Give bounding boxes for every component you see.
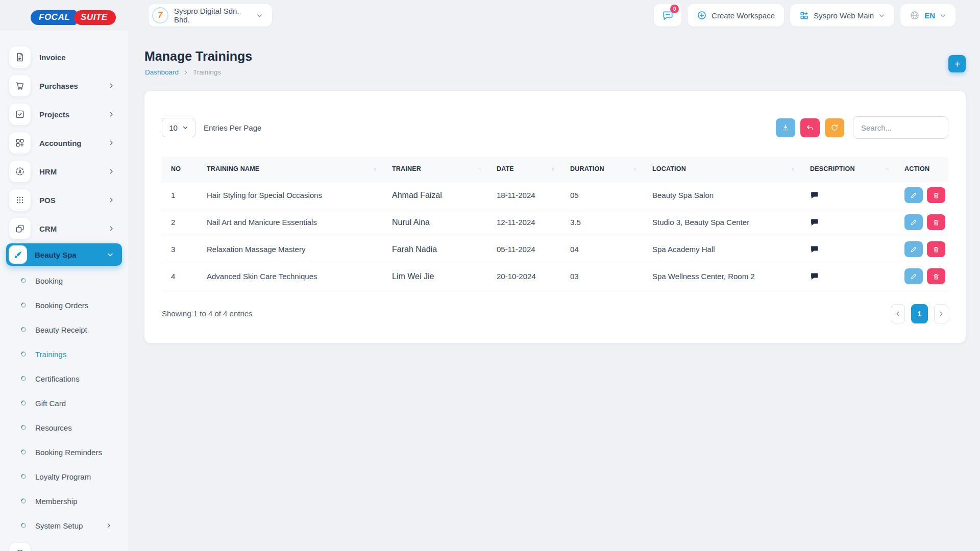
prev-page-button[interactable] xyxy=(891,304,905,323)
col-header-trainer[interactable]: TRAINER↑↓ xyxy=(383,157,487,182)
delete-button[interactable] xyxy=(927,268,945,284)
table-row: 1 Hair Styling for Special Occasions Ahm… xyxy=(162,182,948,209)
col-header-training-name[interactable]: TRAINING NAME↑↓ xyxy=(198,157,383,182)
sidebar-item-certifications[interactable]: Certifications xyxy=(0,366,128,391)
globe-icon xyxy=(910,10,920,20)
edit-button[interactable] xyxy=(904,187,923,203)
table-row: 4 Advanced Skin Care Techniques Lim Wei … xyxy=(162,263,948,290)
language-code: EN xyxy=(924,11,935,20)
messages-button[interactable]: 0 xyxy=(654,4,681,27)
cell-duration: 03 xyxy=(561,263,643,290)
chevron-down-icon xyxy=(878,12,885,19)
cell-date: 20-10-2024 xyxy=(487,263,561,290)
edit-button[interactable] xyxy=(904,268,923,284)
breadcrumb-dashboard-link[interactable]: Dashboard xyxy=(145,68,179,76)
cell-trainer: Lim Wei Jie xyxy=(383,263,487,290)
sidebar-item-hrm[interactable]: HRM xyxy=(0,157,128,186)
chevron-right-icon xyxy=(183,70,188,75)
edit-button[interactable] xyxy=(904,241,923,257)
sort-icon[interactable]: ↑↓ xyxy=(478,166,480,171)
sidebar-item-crm[interactable]: CRM xyxy=(0,214,128,243)
edit-button[interactable] xyxy=(904,214,923,230)
trainings-table: NO TRAINING NAME↑↓ TRAINER↑↓ DATE↑↓ DURA… xyxy=(162,157,948,290)
bullet-icon xyxy=(20,497,27,505)
grid-plus-icon xyxy=(9,132,31,154)
table-toolbar: 10 Entries Per Page xyxy=(162,116,948,139)
col-header-location[interactable]: LOCATION↑↓ xyxy=(643,157,801,182)
sidebar-item-partial[interactable] xyxy=(9,543,128,551)
sidebar-item-beauty-receipt[interactable]: Beauty Receipt xyxy=(0,317,128,342)
col-header-action: ACTION xyxy=(895,157,948,182)
search-input[interactable] xyxy=(853,116,948,139)
sidebar-item-system-setup[interactable]: System Setup xyxy=(0,513,128,538)
sidebar-item-projects[interactable]: Projects xyxy=(0,100,128,129)
delete-button[interactable] xyxy=(927,187,945,203)
cell-training-name: Hair Styling for Special Occasions xyxy=(198,182,383,209)
sidebar-item-booking-orders[interactable]: Booking Orders xyxy=(0,293,128,317)
cell-description xyxy=(801,209,895,236)
cell-location: Spa Wellness Center, Room 2 xyxy=(643,263,801,290)
sidebar-item-purchases[interactable]: Purchases xyxy=(0,71,128,100)
sidebar-group-beauty-spa[interactable]: Beauty Spa xyxy=(6,243,122,266)
delete-button[interactable] xyxy=(927,241,945,257)
col-header-date[interactable]: DATE↑↓ xyxy=(487,157,561,182)
beauty-spa-submenu: Booking Booking Orders Beauty Receipt Tr… xyxy=(0,268,128,538)
cell-duration: 3.5 xyxy=(561,209,643,236)
add-training-button[interactable] xyxy=(948,55,966,72)
sidebar-item-loyalty-program[interactable]: Loyalty Program xyxy=(0,464,128,489)
sidebar-item-pos[interactable]: POS xyxy=(0,186,128,214)
bullet-icon xyxy=(20,375,27,382)
entries-per-page-select[interactable]: 10 xyxy=(162,118,195,137)
comment-icon[interactable] xyxy=(810,191,895,200)
cell-trainer: Ahmad Faizal xyxy=(383,182,487,209)
comment-icon[interactable] xyxy=(810,218,895,227)
sidebar-item-invoice[interactable]: Invoice xyxy=(0,43,128,71)
comment-icon[interactable] xyxy=(810,245,895,254)
export-download-button[interactable] xyxy=(776,118,795,137)
sidebar: Invoice Purchases Projects Accounting xyxy=(0,31,128,551)
chevron-down-icon xyxy=(107,251,114,258)
sort-icon[interactable]: ↑↓ xyxy=(791,166,794,171)
sidebar-item-booking-reminders[interactable]: Booking Reminders xyxy=(0,440,128,464)
delete-button[interactable] xyxy=(927,214,945,230)
bullet-icon xyxy=(20,522,27,529)
sidebar-item-membership[interactable]: Membership xyxy=(0,489,128,513)
sort-icon[interactable]: ↑↓ xyxy=(373,166,376,171)
table-footer: Showing 1 to 4 of 4 entries 1 xyxy=(162,304,948,323)
next-page-button[interactable] xyxy=(934,304,948,323)
sidebar-item-resources[interactable]: Resources xyxy=(0,415,128,440)
sidebar-item-gift-card[interactable]: Gift Card xyxy=(0,391,128,415)
table-row: 3 Relaxation Massage Mastery Farah Nadia… xyxy=(162,236,948,263)
cell-no: 4 xyxy=(162,263,198,290)
entries-per-page-value: 10 xyxy=(169,123,178,132)
reset-undo-button[interactable] xyxy=(800,118,820,137)
comment-icon[interactable] xyxy=(810,272,895,281)
table-row: 2 Nail Art and Manicure Essentials Nurul… xyxy=(162,209,948,236)
entries-per-page-label: Entries Per Page xyxy=(204,123,261,132)
chevron-down-icon xyxy=(940,12,946,19)
dots-grid-icon xyxy=(9,189,31,211)
pagination: 1 xyxy=(891,304,948,323)
workspace-selector[interactable]: Syspro Web Main xyxy=(790,4,894,27)
sidebar-item-booking[interactable]: Booking xyxy=(0,268,128,293)
refresh-button[interactable] xyxy=(825,118,844,137)
sidebar-item-accounting[interactable]: Accounting xyxy=(0,129,128,157)
chevron-right-icon xyxy=(108,197,114,203)
circled-plus-icon xyxy=(697,10,707,20)
company-selector[interactable]: 7 Syspro Digital Sdn. Bhd. xyxy=(149,4,272,27)
sort-icon[interactable]: ↑↓ xyxy=(886,166,888,171)
chevron-right-icon xyxy=(108,226,114,232)
cell-duration: 05 xyxy=(561,182,643,209)
logo-suite: SUITE xyxy=(74,10,116,25)
col-header-duration[interactable]: DURATION↑↓ xyxy=(561,157,643,182)
cell-date: 18-11-2024 xyxy=(487,182,561,209)
sort-icon[interactable]: ↑↓ xyxy=(551,166,554,171)
sidebar-item-trainings[interactable]: Trainings xyxy=(0,342,128,366)
chevron-right-icon xyxy=(106,522,112,529)
page-number-button[interactable]: 1 xyxy=(911,304,928,323)
sort-icon[interactable]: ↑↓ xyxy=(633,166,636,171)
create-workspace-button[interactable]: Create Workspace xyxy=(688,4,784,27)
create-workspace-label: Create Workspace xyxy=(712,11,775,20)
col-header-description[interactable]: DESCRIPTION↑↓ xyxy=(801,157,895,182)
language-selector[interactable]: EN xyxy=(900,4,955,27)
